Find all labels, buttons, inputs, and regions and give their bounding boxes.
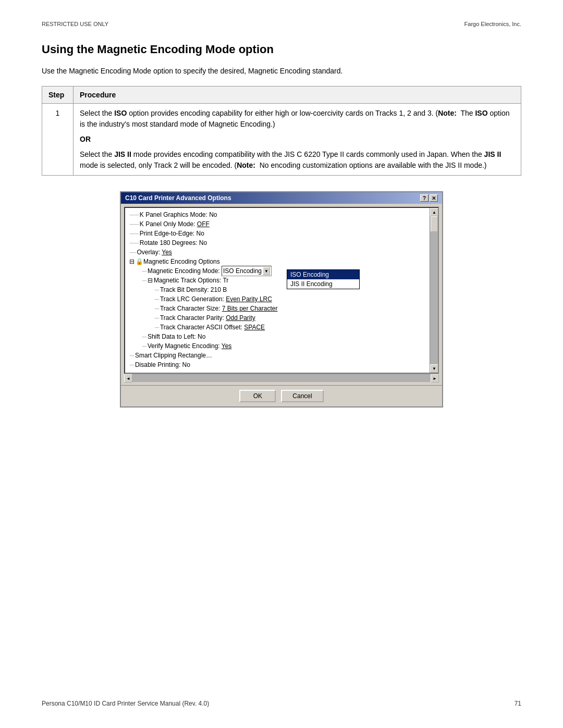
- tree-dots: ·····: [129, 362, 134, 368]
- tree-dots: ·····: [154, 315, 159, 321]
- tree-dots: ·····: [154, 325, 159, 330]
- tree-item-label: Track Character Parity: Odd Parity: [160, 314, 255, 322]
- encoding-mode-dropdown[interactable]: ISO Encoding ▼: [222, 266, 272, 276]
- tree-item-label: Track Bit Density: 210 B: [160, 286, 227, 293]
- scrollbar-track[interactable]: [430, 216, 438, 364]
- tree-item-label: Rotate 180 Degrees: No: [140, 239, 207, 246]
- step-number: 1: [42, 104, 74, 176]
- procedure-content: Select the ISO option provides encoding …: [74, 104, 521, 176]
- col-procedure: Procedure: [74, 87, 521, 104]
- list-item: ····· ⊟ Magnetic Track Options: Tr: [127, 276, 436, 285]
- header-left: RESTRICTED USE ONLY: [42, 21, 108, 27]
- list-item: ····· Track Character Parity: Odd Parity: [127, 313, 436, 323]
- scroll-down-button[interactable]: ▼: [430, 364, 438, 373]
- tree-item-label: Track Character ASCII Offset: SPACE: [160, 324, 265, 331]
- tree-item-label: Magnetic Track Options: Tr: [154, 277, 228, 284]
- tree-item-label: Verify Magnetic Encoding: Yes: [148, 342, 231, 350]
- tree-item-label: Track Character Size: 7 Bits per Charact…: [160, 305, 278, 312]
- list-item: ····· Verify Magnetic Encoding: Yes: [127, 341, 436, 351]
- scrollbar-vertical[interactable]: ▲ ▼: [430, 208, 438, 373]
- tree-dots: ··········: [129, 240, 139, 246]
- list-item: ····· Track LRC Generation: Even Parity …: [127, 294, 436, 304]
- tree-dots: ·····: [142, 268, 146, 274]
- list-item: ····· Shift Data to Left: No: [127, 332, 436, 341]
- tree-item-label: Track LRC Generation: Even Parity LRC: [160, 295, 272, 303]
- scroll-right-button[interactable]: ►: [431, 374, 439, 382]
- tree-dots: ·····: [142, 334, 146, 340]
- tree-dots: ·····: [142, 278, 146, 283]
- close-button[interactable]: ✕: [430, 194, 438, 202]
- tree-item-label: Disable Printing: No: [135, 361, 190, 368]
- list-item: ·········· Print Edge-to-Edge: No: [127, 229, 436, 238]
- procedure-table: Step Procedure 1 Select the ISO option p…: [42, 86, 521, 176]
- procedure-p2: Select the JIS II mode provides encoding…: [80, 149, 515, 171]
- lock-icon: 🔒: [136, 258, 142, 265]
- tree-item-label: K Panel Only Mode: OFF: [140, 220, 210, 228]
- tree-dots: ··········: [129, 231, 139, 237]
- list-item: ·········· Rotate 180 Degrees: No: [127, 238, 436, 248]
- tree-dots: ·····: [142, 343, 146, 349]
- tree-item-label: Magnetic Encoding Mode:: [148, 267, 222, 275]
- dropdown-arrow-icon[interactable]: ▼: [263, 267, 270, 275]
- tree-dots: ··········: [129, 221, 139, 227]
- dialog-title: C10 Card Printer Advanced Options: [125, 194, 231, 202]
- list-item: ····· Smart Clipping Rectangle…: [127, 351, 436, 360]
- tree-item-label: Overlay: Yes: [137, 249, 172, 256]
- scrollbar-horizontal[interactable]: ◄ ►: [124, 374, 439, 382]
- page-header: RESTRICTED USE ONLY Fargo Electronics, I…: [42, 21, 521, 27]
- list-item: ⊟ 🔒 Magnetic Encoding Options: [127, 257, 436, 266]
- tree-dots: ·····: [154, 297, 159, 302]
- help-button[interactable]: ?: [420, 194, 429, 202]
- scrollbar-h-track[interactable]: [132, 374, 431, 382]
- scroll-left-button[interactable]: ◄: [124, 374, 132, 382]
- titlebar-buttons: ? ✕: [420, 194, 438, 202]
- list-item: ····· Magnetic Encoding Mode: ISO Encodi…: [127, 266, 436, 276]
- tree-item-label: Magnetic Encoding Options: [143, 258, 220, 265]
- list-item: ····· Track Character ASCII Offset: SPAC…: [127, 323, 436, 332]
- expand-icon: ⊟: [129, 258, 134, 265]
- dialog-body: ·········· K Panel Graphics Mode: No ···…: [121, 204, 442, 385]
- dialog-titlebar: C10 Card Printer Advanced Options ? ✕: [121, 192, 442, 204]
- dropdown-value: ISO Encoding: [223, 267, 262, 275]
- list-item: ····· Disable Printing: No: [127, 360, 436, 369]
- dialog-button-bar: OK Cancel: [121, 385, 442, 406]
- cancel-button[interactable]: Cancel: [281, 390, 323, 402]
- scroll-up-button[interactable]: ▲: [430, 208, 438, 216]
- ok-button[interactable]: OK: [239, 390, 276, 402]
- list-item: ·········· K Panel Only Mode: OFF: [127, 219, 436, 229]
- expand-icon: ⊟: [148, 277, 153, 284]
- tree-dots: ··········: [129, 212, 139, 218]
- table-row: 1 Select the ISO option provides encodin…: [42, 104, 521, 176]
- dropdown-option-jis[interactable]: JIS II Encoding: [287, 279, 359, 289]
- page-footer: Persona C10/M10 ID Card Printer Service …: [42, 700, 521, 707]
- scrollbar-thumb[interactable]: [431, 216, 438, 232]
- dialog-window: C10 Card Printer Advanced Options ? ✕ ··…: [120, 191, 443, 408]
- list-item: ····· Track Bit Density: 210 B: [127, 285, 436, 294]
- page-title: Using the Magnetic Encoding Mode option: [42, 43, 521, 56]
- tree-item-label: Smart Clipping Rectangle…: [135, 352, 212, 359]
- tree-dots: ·····: [129, 353, 134, 359]
- list-item: ······· Overlay: Yes: [127, 248, 436, 257]
- footer-left: Persona C10/M10 ID Card Printer Service …: [42, 700, 209, 707]
- tree-item-label: Print Edge-to-Edge: No: [140, 230, 204, 237]
- tree-dots: ·······: [129, 250, 136, 255]
- list-item: ····· Track Character Size: 7 Bits per C…: [127, 304, 436, 313]
- tree-dots: ·····: [154, 287, 159, 293]
- tree-item-label: K Panel Graphics Mode: No: [140, 211, 217, 218]
- footer-right: 71: [515, 700, 521, 707]
- header-right: Fargo Electronics, Inc.: [464, 21, 521, 27]
- list-item: ·········· K Panel Graphics Mode: No: [127, 210, 436, 219]
- dropdown-option-iso[interactable]: ISO Encoding: [287, 270, 359, 279]
- or-label: OR: [80, 134, 515, 145]
- dropdown-popup: ISO Encoding JIS II Encoding: [287, 269, 360, 289]
- tree-item-label: Shift Data to Left: No: [148, 333, 205, 340]
- col-step: Step: [42, 87, 74, 104]
- tree-area: ·········· K Panel Graphics Mode: No ···…: [124, 207, 439, 374]
- intro-text: Use the Magnetic Encoding Mode option to…: [42, 66, 521, 77]
- tree-dots: ·····: [154, 306, 159, 312]
- procedure-p1: Select the ISO option provides encoding …: [80, 108, 515, 130]
